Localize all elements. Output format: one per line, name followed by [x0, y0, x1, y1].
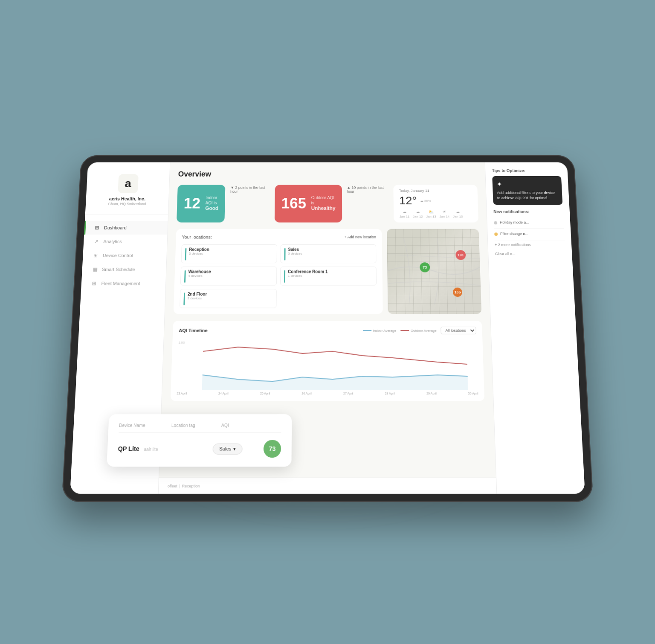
- notif-item-1: Holiday mode a...: [494, 217, 564, 229]
- location-dot: [284, 270, 285, 283]
- location-devices: 3 devices: [189, 252, 209, 255]
- indoor-aqi-card: 12 Indoor AQI is Good: [177, 185, 226, 222]
- weather-icon-2: ☁: [413, 209, 423, 214]
- indoor-legend-line: [363, 330, 371, 331]
- indoor-aqi-value: 12: [183, 195, 200, 212]
- clear-all-button[interactable]: Clear all n...: [495, 250, 516, 257]
- device-name-header: Device Name: [119, 423, 145, 428]
- location-dot: [284, 248, 285, 261]
- logo-box: a: [118, 174, 139, 193]
- location-devices: 4 devices: [188, 274, 211, 278]
- locations-map-row: Your locations: + Add new location Recep…: [174, 229, 482, 314]
- location-item-conference[interactable]: Conference Room 1 1 devices: [280, 267, 377, 286]
- weather-card: Today, January 11 12° ☁ 80% ☁ Jan 11: [393, 185, 478, 222]
- locations-title: Your locations:: [182, 235, 212, 239]
- location-name: Sales: [288, 247, 302, 252]
- sidebar-item-smart-schedule[interactable]: ▦ Smart Schedule: [82, 262, 166, 276]
- weather-temp: 12°: [399, 194, 417, 207]
- device-name-col: QP Lite aair lite: [118, 445, 206, 453]
- chart-labels: 23 April 24 April 25 April 26 April 27 A…: [177, 392, 478, 395]
- aqi-header: AQI: [221, 423, 229, 428]
- location-tag-header: Location tag: [171, 423, 195, 428]
- map-background: 73 101 165: [387, 229, 481, 314]
- device-control-icon: ⊞: [93, 252, 99, 258]
- svg-marker-1: [202, 375, 468, 390]
- device-name-main: QP Lite: [118, 445, 139, 453]
- weather-icon-5: ☁: [452, 209, 463, 214]
- location-item-sales[interactable]: Sales 5 devices: [280, 244, 376, 263]
- weather-icon-3: ⛅: [426, 209, 436, 214]
- timeline-panel: AQI Timeline Indoor Average Outdoor Aver…: [171, 321, 485, 401]
- weather-day-4: ☀ Jan 14: [439, 209, 449, 218]
- sidebar-item-fleet-management[interactable]: ⊞ Fleet Management: [81, 276, 166, 290]
- timeline-title: AQI Timeline: [179, 328, 208, 333]
- bottom-bar-item: ofleet | Reception: [168, 484, 200, 488]
- location-name: Warehouse: [188, 270, 211, 274]
- outdoor-aqi-value: 165: [281, 195, 306, 212]
- location-item-2ndfloor[interactable]: 2nd Floor 3 devices: [180, 289, 277, 308]
- location-name: 2nd Floor: [188, 292, 207, 296]
- sidebar-item-device-control[interactable]: ⊞ Device Control: [83, 249, 167, 263]
- sidebar-item-dashboard[interactable]: ⊞ Dashboard: [84, 221, 168, 235]
- notif-dot-1: [494, 221, 497, 224]
- company-location: Cham, HQ Switzerland: [108, 202, 146, 206]
- map-pin-red: 101: [455, 250, 466, 260]
- chart-area: 180: [177, 339, 478, 390]
- locations-filter-select[interactable]: All locations: [441, 327, 476, 334]
- weather-day-3: ⛅ Jan 13: [426, 209, 436, 218]
- weather-icon-4: ☀: [439, 209, 449, 214]
- location-item-reception[interactable]: Reception 3 devices: [181, 244, 277, 263]
- chevron-down-icon: ▾: [233, 446, 235, 452]
- dashboard-icon: ⊞: [94, 225, 100, 230]
- notif-item-2: Filter change n...: [494, 229, 565, 240]
- location-dot: [185, 248, 187, 261]
- bottom-row: AQI Timeline Indoor Average Outdoor Aver…: [171, 321, 485, 401]
- device-card: Device Name Location tag AQI QP Lite aai…: [107, 414, 292, 467]
- locations-header: Your locations: + Add new location: [182, 235, 376, 239]
- analytics-icon: ↗: [93, 239, 99, 244]
- notif-title: New notifications:: [493, 209, 563, 214]
- weather-day-5: ☁ Jan 15: [452, 209, 463, 218]
- location-devices: 1 devices: [288, 274, 328, 278]
- timeline-legend: Indoor Average Outdoor Average All locat…: [363, 327, 476, 334]
- right-panel: Tips to Optimize: ✦ Add additional filte…: [485, 162, 585, 493]
- bottom-bar: ofleet | Reception: [159, 478, 497, 494]
- notifications-section: New notifications: Holiday mode a... Fil…: [493, 209, 565, 258]
- location-devices: 3 devices: [188, 296, 207, 300]
- svg-text:180: 180: [178, 340, 185, 344]
- tips-title: Tips to Optimize:: [492, 168, 561, 173]
- location-tag-badge[interactable]: Sales ▾: [212, 443, 242, 454]
- device-name-sub: aair lite: [144, 447, 158, 452]
- weather-day-1: ☁ Jan 11: [399, 209, 409, 218]
- location-dot: [184, 270, 186, 283]
- device-card-row: QP Lite aair lite Sales ▾ 73: [118, 440, 281, 458]
- tip-icon: ✦: [496, 180, 558, 189]
- weather-day-2: ☁ Jan 12: [413, 209, 423, 218]
- weather-icon-1: ☁: [399, 209, 409, 214]
- indoor-aqi-change: ▼ 2 points in the last hour: [230, 186, 270, 194]
- company-name: aeris Health, Inc.: [109, 196, 146, 201]
- outdoor-aqi-card: 165 Outdoor AQI is Unhealthy: [275, 185, 342, 222]
- location-grid: Reception 3 devices Sales 5 devices: [180, 244, 377, 308]
- outdoor-aqi-change: ▲ 10 points in the last hour: [347, 186, 388, 194]
- tip-card: ✦ Add additional filters to your device …: [492, 176, 562, 205]
- add-location-button[interactable]: + Add new location: [344, 235, 376, 239]
- location-dot: [183, 293, 185, 305]
- weather-humidity: ☁ 80%: [420, 199, 431, 202]
- map-panel: 73 101 165: [387, 229, 481, 314]
- location-name: Conference Room 1: [288, 270, 328, 274]
- location-item-warehouse[interactable]: Warehouse 4 devices: [180, 267, 277, 286]
- notif-dot-2: [494, 233, 498, 236]
- location-name: Reception: [189, 247, 209, 252]
- fleet-management-icon: ⊞: [91, 281, 97, 287]
- more-notifications[interactable]: + 2 more notifications: [495, 240, 565, 249]
- indoor-aqi-label: Indoor AQI is Good: [205, 195, 219, 212]
- device-card-header: Device Name Location tag AQI: [119, 423, 281, 433]
- outdoor-aqi-label: Outdoor AQI is Unhealthy: [311, 195, 336, 212]
- logo-section: a aeris Health, Inc. Cham, HQ Switzerlan…: [85, 170, 170, 215]
- map-pin-orange: 165: [453, 287, 462, 297]
- sidebar-item-analytics[interactable]: ↗ Analytics: [83, 235, 167, 248]
- page-title: Overview: [178, 170, 477, 178]
- weather-days: ☁ Jan 11 ☁ Jan 12 ⛅ Jan 13: [399, 209, 472, 218]
- aqi-cards-row: 12 Indoor AQI is Good ▼ 2 points in the …: [177, 185, 478, 222]
